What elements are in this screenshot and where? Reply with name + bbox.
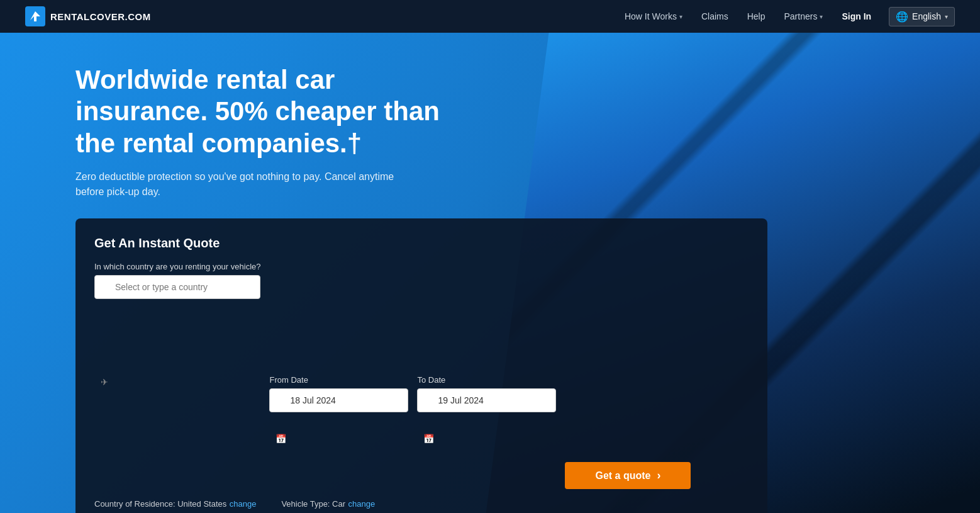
hero-subtitle: Zero deductible protection so you've got… [75,169,415,200]
logo-text: RENTALCOVER.COM [50,11,151,22]
logo[interactable]: RENTALCOVER.COM [25,6,151,26]
from-date-group: From Date 📅 [269,375,408,489]
from-date-label: From Date [269,375,408,385]
hero-section: Worldwide rental car insurance. 50% chea… [0,33,980,513]
get-quote-label: Get a quote [595,470,650,482]
quote-form-title: Get An Instant Quote [94,236,749,251]
country-input-wrap: ✈ [94,275,260,489]
plane-icon: ✈ [101,377,108,387]
to-date-input[interactable] [417,388,556,412]
nav-how-it-works[interactable]: How It Works ▾ [617,8,690,25]
language-selector[interactable]: 🌐 English ▾ [889,7,955,26]
nav-links: How It Works ▾ Claims Help Partners ▾ Si… [617,7,955,26]
calendar-icon: 📅 [423,434,434,444]
chevron-down-icon: ▾ [945,13,948,20]
nav-claims[interactable]: Claims [694,8,736,25]
hero-content: Worldwide rental car insurance. 50% chea… [0,64,440,200]
country-input[interactable] [94,275,260,299]
country-group: In which country are you renting your ve… [94,262,260,489]
calendar-icon: 📅 [276,434,286,444]
hero-title: Worldwide rental car insurance. 50% chea… [75,64,440,159]
country-label: In which country are you renting your ve… [94,262,260,271]
quote-form: Get An Instant Quote In which country ar… [75,218,767,513]
residence-change-link[interactable]: change [230,499,257,509]
vehicle-type-change-link[interactable]: change [348,499,376,509]
arrow-icon: › [657,469,660,482]
get-quote-button[interactable]: Get a quote › [565,462,691,489]
from-date-wrap: 📅 [269,388,408,489]
navbar: RENTALCOVER.COM How It Works ▾ Claims He… [0,0,980,33]
to-date-group: To Date 📅 [417,375,556,489]
residence-text: Country of Residence: United States [94,499,226,509]
from-date-input[interactable] [269,388,408,412]
vehicle-type-info: Vehicle Type: Car change [281,498,375,509]
nav-partners[interactable]: Partners ▾ [776,8,830,25]
logo-icon [25,6,45,26]
vehicle-type-text: Vehicle Type: Car [281,499,345,509]
chevron-down-icon: ▾ [679,13,682,20]
lang-label: English [912,11,941,21]
nav-help[interactable]: Help [740,8,773,25]
lang-icon: 🌐 [896,11,908,23]
form-meta-row: Country of Residence: United States chan… [94,498,749,509]
to-date-wrap: 📅 [417,388,556,489]
chevron-down-icon: ▾ [820,13,823,20]
residence-info: Country of Residence: United States chan… [94,498,256,509]
form-row: In which country are you renting your ve… [94,262,749,489]
to-date-label: To Date [417,375,556,385]
signin-button[interactable]: Sign In [834,8,879,25]
